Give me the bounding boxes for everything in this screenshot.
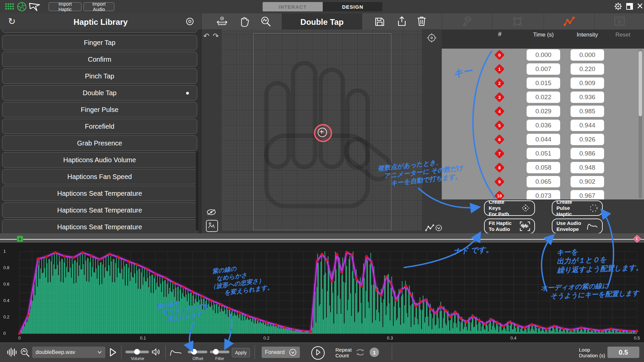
timeline-track[interactable] [0, 239, 644, 240]
keyframe-mini-graph-icon[interactable] [425, 224, 435, 232]
keyframe-intensity-input[interactable]: 0.944 [571, 120, 604, 131]
table-scrollbar-track[interactable] [639, 50, 642, 198]
filter-slider-knob[interactable] [213, 349, 219, 355]
sidebar-item-grab-presence[interactable]: Grab Presence [2, 135, 197, 151]
dashed-diamond-icon [521, 203, 530, 213]
timeline-start-marker[interactable]: 0 [17, 236, 23, 242]
hand-pan-tool-icon[interactable] [239, 15, 250, 27]
sidebar-item-hapticons-fan-speed[interactable]: Hapticons Fan Speed [2, 169, 197, 184]
keyframe-diamond[interactable]: 6 [494, 134, 504, 144]
keyframe-intensity-input[interactable]: 0.936 [571, 92, 604, 103]
col-header-time: Time (s) [523, 32, 564, 38]
save-icon[interactable] [375, 17, 384, 26]
keyframe-diamond[interactable]: 1 [494, 64, 504, 74]
keyframe-intensity-input[interactable]: 0.948 [571, 162, 604, 173]
keyframe-diamond[interactable]: 10 [494, 190, 504, 199]
keyframe-diamond[interactable]: 8 [494, 162, 504, 173]
import-haptic-button[interactable]: Import Haptic [49, 2, 82, 11]
offset-slider-knob[interactable] [191, 349, 197, 355]
keyframe-time-input[interactable]: 0.073 [527, 190, 560, 199]
keyframe-intensity-input[interactable]: 0.926 [571, 134, 604, 145]
repeat-count-value[interactable]: 1 [370, 348, 379, 357]
keyframe-diamond[interactable]: 2 [494, 78, 504, 88]
create-pulse-haptic-button[interactable]: Create PulseHaptic [552, 200, 603, 216]
keyframe-diamond[interactable]: 7 [494, 148, 504, 159]
zoom-curve-tool-icon[interactable] [260, 16, 272, 27]
keyframe-time-input[interactable]: 0.015 [527, 77, 560, 89]
keyframe-time-input[interactable]: 0.044 [527, 134, 560, 145]
sidebar-item-finger-pulse[interactable]: Finger Pulse [2, 102, 197, 117]
window-restore-icon[interactable] [626, 3, 633, 10]
import-audio-button[interactable]: Import Audio [84, 2, 114, 11]
audio-waveform-icon[interactable] [7, 347, 17, 357]
annotation-repeat-keys: キーを 出力が１と０を 繰り返すよう配置します。 [556, 245, 643, 275]
tab-design[interactable]: DESIGN [323, 2, 382, 11]
keyframe-time-input[interactable]: 0.007 [527, 63, 560, 75]
sidebar-item-finger-tap[interactable]: Finger Tap [2, 35, 197, 50]
sidebar-item-hapticons-audio-volume[interactable]: Hapticons Audio Volume [2, 152, 197, 168]
keyframe-time-input[interactable]: 0.058 [527, 162, 560, 173]
keyframe-time-input[interactable]: 0.000 [527, 49, 560, 61]
use-audio-envelope-button[interactable]: Use AudioEnvelope [552, 219, 603, 234]
keyframe-diamond[interactable]: 4 [494, 106, 504, 116]
offset-slider-track[interactable] [188, 351, 207, 353]
sidebar-item-hapticons-seat-temperature[interactable]: Hapticons Seat Temperature [2, 219, 197, 233]
measure-ruler-tool-icon[interactable] [216, 16, 228, 27]
repeat-loop-icon[interactable] [355, 348, 366, 357]
sidebar-item-hapticons-seat-temperature[interactable]: Hapticons Seat Temperature [2, 186, 197, 201]
keyframe-diamond[interactable]: 3 [494, 92, 504, 102]
delete-trash-icon[interactable] [417, 16, 426, 26]
apply-button[interactable]: Apply [232, 348, 250, 357]
tab-interact[interactable]: INTERACT [263, 2, 323, 11]
keyframe-intensity-input[interactable]: 0.985 [571, 106, 604, 117]
keyframe-time-input[interactable]: 0.065 [527, 176, 560, 187]
play-audio-button[interactable] [109, 348, 117, 357]
keyframe-intensity-input[interactable]: 0.902 [571, 176, 604, 187]
keyframe-intensity-input[interactable]: 0.967 [571, 190, 604, 199]
export-icon[interactable] [397, 16, 407, 26]
keyframe-intensity-input[interactable]: 0.909 [571, 77, 604, 89]
undo-icon[interactable]: ↶ [203, 32, 209, 40]
keyframe-time-input[interactable]: 0.029 [527, 106, 560, 117]
recenter-crosshair-icon[interactable] [427, 33, 437, 43]
collapse-chevron-icon[interactable] [435, 225, 442, 231]
zoom-waveform-icon[interactable] [20, 348, 30, 358]
loop-duration-value[interactable]: 0.5 [607, 347, 639, 358]
sidebar-item-hapticons-seat-temperature[interactable]: Hapticons Seat Temperature [2, 202, 197, 218]
settings-gear-icon[interactable] [614, 2, 622, 10]
keyframe-time-input[interactable]: 0.036 [527, 120, 560, 131]
sidebar-item-confirm[interactable]: Confirm [2, 52, 197, 67]
library-visibility-eye-icon[interactable] [185, 17, 195, 25]
keyframe-diamond[interactable]: 9 [494, 176, 504, 187]
reset-button[interactable]: Reset [609, 32, 636, 38]
direction-dropdown-icon [289, 349, 297, 356]
keyframe-diamond[interactable]: 0 [494, 50, 504, 60]
sidebar-item-double-tap[interactable]: Double Tap [2, 85, 197, 101]
offset-label: Offset [188, 356, 208, 361]
keyframe-intensity-input[interactable]: 0.986 [571, 148, 604, 159]
refresh-library-icon[interactable]: ↻ [8, 16, 16, 26]
image-icon [208, 222, 215, 229]
close-window-icon[interactable]: × [636, 1, 644, 11]
keyframe-diamond[interactable]: 5 [494, 120, 504, 130]
sidebar-item-pinch-tap[interactable]: Pinch Tap [2, 68, 197, 84]
fit-haptic-to-audio-button[interactable]: Fit HapticTo Audio [484, 219, 535, 234]
playback-direction-select[interactable]: Forward [262, 347, 300, 358]
speaker-icon[interactable] [152, 348, 160, 356]
sidebar-scrollbar[interactable] [196, 152, 198, 231]
sidebar-item-forcefield[interactable]: Forcefield [2, 119, 197, 134]
list-item-partial[interactable] [2, 29, 197, 33]
keyframe-intensity-input[interactable]: 0.000 [571, 49, 604, 61]
redo-icon[interactable]: ↷ [213, 32, 219, 40]
timeline-strip[interactable] [0, 233, 644, 243]
visibility-off-icon[interactable] [206, 208, 216, 216]
keyframe-time-input[interactable]: 0.051 [527, 148, 560, 159]
keyframe-time-input[interactable]: 0.022 [527, 92, 560, 103]
table-scrollbar-thumb[interactable] [639, 51, 642, 116]
keyframe-intensity-input[interactable]: 0.220 [571, 63, 604, 75]
keyframe-graph-tool-icon-active[interactable] [564, 16, 575, 27]
audio-file-select[interactable]: doubleBeep.wav [32, 347, 105, 358]
create-keys-for-path-button[interactable]: Create KeysFor Path [484, 200, 535, 216]
col-header-intensity: Intensity [567, 32, 607, 38]
volume-slider-knob[interactable] [134, 349, 140, 355]
